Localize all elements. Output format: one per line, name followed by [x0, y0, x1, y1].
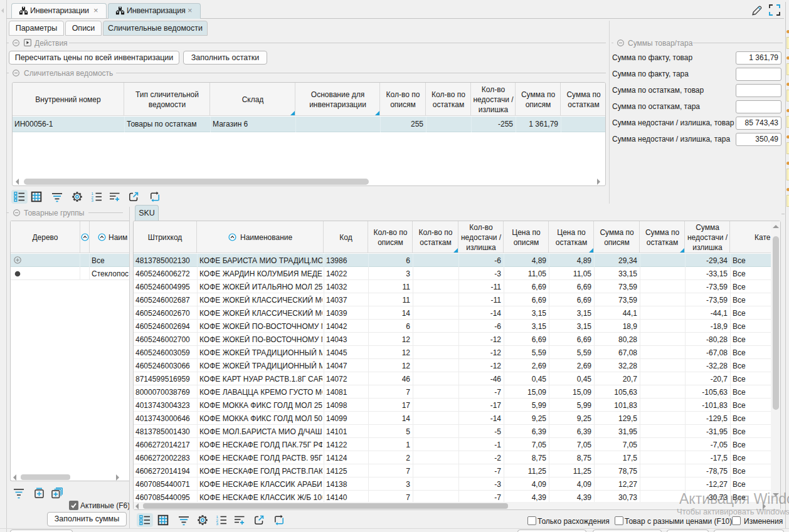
- svg-text:3: 3: [216, 521, 219, 526]
- svg-text:3: 3: [92, 198, 94, 202]
